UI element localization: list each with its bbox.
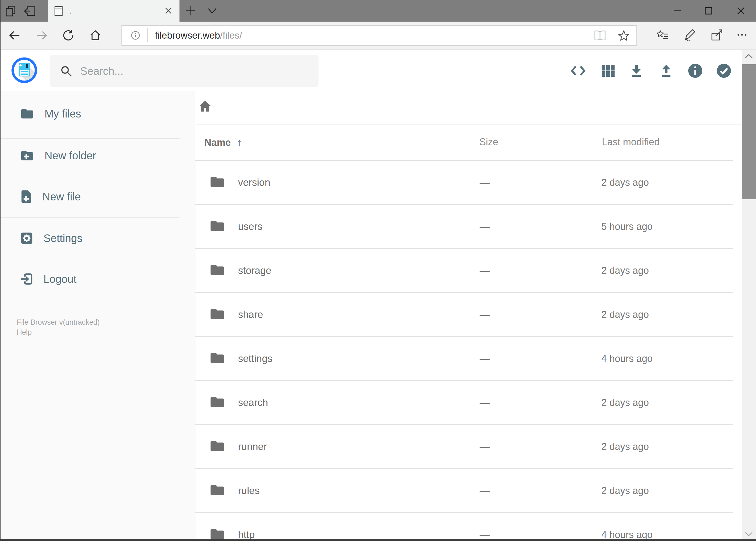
window-bottom-edge <box>0 539 756 541</box>
file-size: — <box>480 309 490 320</box>
download-icon <box>629 63 644 78</box>
select-multiple-button[interactable] <box>716 63 731 78</box>
folder-icon <box>209 396 225 409</box>
file-row[interactable]: settings — 4 hours ago <box>195 337 733 380</box>
sidebar-item-my-files[interactable]: My files <box>0 105 195 123</box>
page-icon <box>55 5 63 16</box>
file-row[interactable]: storage — 2 days ago <box>195 249 733 292</box>
search-icon <box>60 65 72 77</box>
sidebar-item-new-file[interactable]: New file <box>0 188 195 206</box>
file-row[interactable]: search — 2 days ago <box>195 381 733 424</box>
refresh-button[interactable] <box>62 29 75 42</box>
url-path: /files/ <box>220 30 242 41</box>
file-name: search <box>238 397 268 408</box>
forward-button[interactable] <box>36 29 48 42</box>
plus-icon <box>185 5 197 17</box>
window-left-edge <box>0 0 1 541</box>
filebrowser-logo[interactable] <box>11 57 37 83</box>
file-modified: 2 days ago <box>601 265 649 276</box>
file-modified: 2 days ago <box>601 177 649 188</box>
tab-list-button[interactable] <box>206 7 218 15</box>
folder-icon <box>209 528 225 541</box>
upload-button[interactable] <box>658 63 674 78</box>
back-button[interactable] <box>8 29 21 42</box>
file-row[interactable]: runner — 2 days ago <box>195 425 733 468</box>
info-button[interactable] <box>688 63 703 78</box>
folder-icon <box>209 264 225 276</box>
file-row[interactable]: http — 4 hours ago <box>195 513 733 541</box>
favorites-hub-button[interactable] <box>656 29 669 41</box>
search-box[interactable] <box>50 55 319 87</box>
file-row[interactable]: rules — 2 days ago <box>195 469 733 512</box>
favorite-star-icon[interactable] <box>618 30 630 41</box>
reading-view-icon[interactable] <box>594 30 606 41</box>
sidebar-divider <box>0 218 179 218</box>
column-header-modified[interactable]: Last modified <box>602 136 660 148</box>
file-modified: 2 days ago <box>601 485 649 496</box>
file-size: — <box>480 353 490 364</box>
sidebar: My files New folder New file <box>0 91 195 541</box>
tab-close-icon[interactable] <box>164 7 172 15</box>
more-button[interactable] <box>736 29 748 41</box>
page-scrollbar[interactable] <box>742 50 756 541</box>
pen-icon <box>683 29 696 41</box>
sort-ascending-icon: ↑ <box>237 136 242 149</box>
grid-view-icon <box>600 63 616 78</box>
breadcrumb-home-icon[interactable] <box>199 100 211 112</box>
site-info-icon[interactable] <box>130 31 140 40</box>
minimize-button[interactable] <box>665 0 689 22</box>
file-name: http <box>238 529 255 540</box>
close-icon <box>737 7 745 15</box>
folder-icon <box>209 440 225 453</box>
annotate-button[interactable] <box>683 29 696 41</box>
scroll-up-icon[interactable] <box>744 54 753 59</box>
file-name: users <box>238 221 262 232</box>
address-bar[interactable]: filebrowser.web/files/ <box>122 25 637 46</box>
sidebar-item-label: New file <box>42 191 81 203</box>
sidebar-item-new-folder[interactable]: New folder <box>0 147 195 165</box>
url-host: filebrowser.web <box>155 30 220 41</box>
tab-title: . <box>70 6 72 15</box>
hub-star-icon <box>656 29 669 41</box>
column-header-size[interactable]: Size <box>479 136 498 148</box>
file-modified: 2 days ago <box>601 441 649 452</box>
search-input[interactable] <box>80 65 319 78</box>
file-modified: 4 hours ago <box>601 529 652 540</box>
file-row[interactable]: version — 2 days ago <box>195 161 733 204</box>
home-button[interactable] <box>89 29 102 42</box>
refresh-icon <box>62 29 75 42</box>
scrollbar-thumb[interactable] <box>742 64 756 199</box>
titlebar: . <box>0 0 756 22</box>
sidebar-item-settings[interactable]: Settings <box>0 229 195 247</box>
file-row[interactable]: users — 5 hours ago <box>195 205 733 248</box>
file-modified: 2 days ago <box>601 397 649 408</box>
share-button[interactable] <box>710 29 723 41</box>
file-list: version — 2 days ago users — 5 hours ago… <box>195 160 733 541</box>
breadcrumb-divider <box>196 124 742 125</box>
download-button[interactable] <box>629 63 644 78</box>
minimize-icon <box>673 7 681 15</box>
code-icon <box>571 63 586 78</box>
maximize-button[interactable] <box>696 0 721 22</box>
help-link[interactable]: Help <box>17 328 32 336</box>
back-icon <box>8 29 21 42</box>
file-name: version <box>238 177 270 188</box>
home-icon <box>89 29 102 42</box>
set-tabs-aside-icon <box>24 5 36 17</box>
close-window-button[interactable] <box>729 0 753 22</box>
file-size: — <box>480 529 490 540</box>
shell-button[interactable] <box>571 63 586 78</box>
file-size: — <box>480 177 490 188</box>
new-tab-button[interactable] <box>185 5 197 17</box>
switch-view-button[interactable] <box>600 63 616 78</box>
file-row[interactable]: share — 2 days ago <box>195 293 733 336</box>
column-header-name[interactable]: Name ↑ <box>204 136 242 149</box>
browser-tab[interactable]: . <box>48 0 179 22</box>
chevron-down-icon <box>206 7 218 15</box>
set-tabs-aside-button[interactable] <box>24 5 36 17</box>
check-circle-icon <box>716 63 731 78</box>
tab-preview-button[interactable] <box>5 5 17 17</box>
folder-plus-icon <box>20 150 34 162</box>
sidebar-item-logout[interactable]: Logout <box>0 270 195 288</box>
scroll-down-icon[interactable] <box>744 531 753 537</box>
